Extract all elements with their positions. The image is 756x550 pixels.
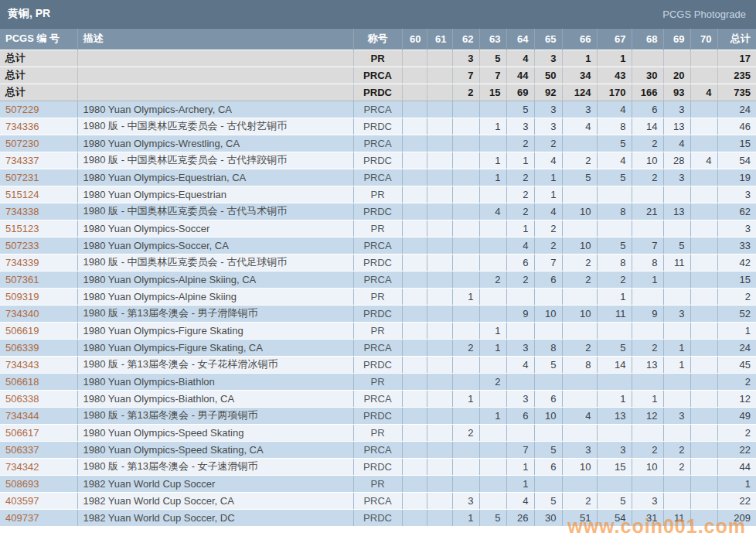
grade-count-cell: 5 bbox=[506, 101, 534, 118]
row-total-cell: 24 bbox=[717, 101, 756, 118]
designation-cell: PRDC bbox=[353, 458, 402, 475]
table-row: 5093191980 Yuan Olympics-Alpine SkiingPR… bbox=[0, 288, 756, 305]
grade-count-cell: 1 bbox=[597, 50, 632, 67]
grade-count-cell: 166 bbox=[632, 84, 663, 101]
pcgs-number-cell: 506338 bbox=[0, 390, 77, 407]
grade-count-cell bbox=[402, 254, 427, 271]
grade-count-cell: 9 bbox=[506, 305, 534, 322]
grade-count-cell bbox=[690, 220, 717, 237]
grade-count-cell bbox=[534, 475, 562, 492]
pcgs-number-cell: 507231 bbox=[0, 169, 77, 186]
pcgs-number-link[interactable]: 509319 bbox=[5, 291, 39, 302]
designation-cell: PRCA bbox=[353, 271, 402, 288]
table-row: 7343361980 版 - 中国奥林匹克委员会 - 古代射艺铜币PRDC133… bbox=[0, 118, 756, 135]
grade-count-cell: 4 bbox=[690, 152, 717, 169]
designation-cell: PRDC bbox=[353, 356, 402, 373]
grade-count-cell: 3 bbox=[663, 169, 690, 186]
grade-count-cell bbox=[663, 186, 690, 203]
grade-count-cell: 3 bbox=[506, 339, 534, 356]
grade-count-cell: 10 bbox=[632, 152, 663, 169]
pcgs-number-link[interactable]: 506618 bbox=[5, 376, 39, 388]
pcgs-number-link[interactable]: 515123 bbox=[5, 223, 39, 234]
grade-count-cell bbox=[402, 424, 427, 441]
grade-count-cell bbox=[597, 373, 632, 390]
pcgs-number-link[interactable]: 734340 bbox=[5, 308, 39, 319]
pcgs-number-link[interactable]: 507233 bbox=[5, 240, 39, 251]
grade-count-cell: 2 bbox=[632, 441, 663, 458]
grade-count-cell bbox=[562, 135, 597, 152]
pcgs-number-link[interactable]: 507229 bbox=[5, 104, 39, 115]
pcgs-number-link[interactable]: 734344 bbox=[5, 410, 39, 422]
grade-count-cell: 44 bbox=[506, 67, 534, 84]
grade-count-cell bbox=[663, 424, 690, 441]
pcgs-number-cell: 734342 bbox=[0, 458, 77, 475]
pcgs-number-cell: 506619 bbox=[0, 322, 77, 339]
grade-count-cell: 1 bbox=[632, 390, 663, 407]
coin-description: 1982 Yuan World Cup Soccer, DC bbox=[77, 509, 353, 526]
designation-cell: PRDC bbox=[353, 305, 402, 322]
pcgs-number-link[interactable]: 506619 bbox=[5, 325, 39, 336]
coin-description: 1980 Yuan Olympics-Equestrian bbox=[77, 186, 353, 203]
grade-count-cell bbox=[632, 322, 663, 339]
grade-count-cell bbox=[663, 288, 690, 305]
grade-count-cell: 2 bbox=[506, 186, 534, 203]
grade-count-cell: 4 bbox=[597, 101, 632, 118]
pcgs-number-link[interactable]: 506337 bbox=[5, 444, 39, 456]
grade-count-cell bbox=[562, 186, 597, 203]
grade-count-cell: 30 bbox=[632, 67, 663, 84]
designation-cell: PR bbox=[353, 373, 402, 390]
grade-count-cell: 5 bbox=[479, 50, 506, 67]
grade-count-cell: 3 bbox=[562, 101, 597, 118]
table-row: 5063371980 Yuan Olympics-Speed Skating, … bbox=[0, 441, 756, 458]
coin-description: 1980 Yuan Olympics-Speed Skating bbox=[77, 424, 353, 441]
pcgs-number-link[interactable]: 734338 bbox=[5, 206, 39, 217]
table-row: 5063391980 Yuan Olympics-Figure Skating,… bbox=[0, 339, 756, 356]
pcgs-number-link[interactable]: 409737 bbox=[5, 512, 39, 524]
grade-count-cell bbox=[427, 390, 452, 407]
photograde-link[interactable]: PCGS Photograde bbox=[662, 9, 746, 20]
pcgs-number-link[interactable]: 507230 bbox=[5, 138, 39, 149]
grade-count-cell bbox=[562, 475, 597, 492]
grade-count-cell bbox=[402, 50, 427, 67]
pcgs-number-link[interactable]: 734336 bbox=[5, 121, 39, 132]
grade-count-cell: 7 bbox=[632, 237, 663, 254]
grade-count-cell: 3 bbox=[663, 407, 690, 424]
grade-count-cell: 2 bbox=[506, 271, 534, 288]
pcgs-number-link[interactable]: 403597 bbox=[5, 495, 39, 507]
table-row: 5066181980 Yuan Olympics-BiathlonPR22 bbox=[0, 373, 756, 390]
designation-cell: PRCA bbox=[353, 390, 402, 407]
pcgs-number-link[interactable]: 507231 bbox=[5, 172, 39, 183]
coin-description: 1980 Yuan Olympics-Soccer bbox=[77, 220, 353, 237]
pcgs-number-link[interactable]: 734339 bbox=[5, 257, 39, 268]
grade-count-cell bbox=[479, 101, 506, 118]
grade-count-cell bbox=[452, 169, 479, 186]
row-total-cell: 46 bbox=[717, 118, 756, 135]
pcgs-number-link[interactable]: 508693 bbox=[5, 478, 39, 490]
grade-count-cell bbox=[690, 441, 717, 458]
row-total-cell: 24 bbox=[717, 339, 756, 356]
table-header: PCGS 编 号描述称号6061626364656667686970总计 bbox=[0, 29, 756, 50]
grade-count-cell bbox=[402, 339, 427, 356]
pcgs-number-link[interactable]: 734342 bbox=[5, 461, 39, 473]
grade-count-cell: 2 bbox=[534, 237, 562, 254]
coin-description: 1980 版 - 中国奥林匹克委员会 - 古代足球铜币 bbox=[77, 254, 353, 271]
pcgs-number-cell: 507233 bbox=[0, 237, 77, 254]
pcgs-number-link[interactable]: 506339 bbox=[5, 342, 39, 354]
pcgs-number-link[interactable]: 506617 bbox=[5, 427, 39, 439]
pcgs-number-link[interactable]: 507361 bbox=[5, 274, 39, 285]
table-row: 7343391980 版 - 中国奥林匹克委员会 - 古代足球铜币PRDC672… bbox=[0, 254, 756, 271]
row-total-cell: 1 bbox=[717, 475, 756, 492]
grade-count-cell: 13 bbox=[663, 118, 690, 135]
grade-count-cell bbox=[479, 254, 506, 271]
grade-count-cell: 14 bbox=[632, 118, 663, 135]
grade-count-cell: 13 bbox=[632, 356, 663, 373]
pcgs-number-link[interactable]: 515124 bbox=[5, 189, 39, 200]
grade-count-cell bbox=[402, 390, 427, 407]
pcgs-number-link[interactable]: 734343 bbox=[5, 359, 39, 371]
pcgs-number-link[interactable]: 506338 bbox=[5, 393, 39, 405]
table-row: 5086931982 Yuan World Cup SoccerPR11 bbox=[0, 475, 756, 492]
row-total-cell: 2 bbox=[717, 288, 756, 305]
pcgs-number-link[interactable]: 734337 bbox=[5, 155, 39, 166]
grade-count-cell: 20 bbox=[663, 67, 690, 84]
grade-count-cell bbox=[506, 373, 534, 390]
